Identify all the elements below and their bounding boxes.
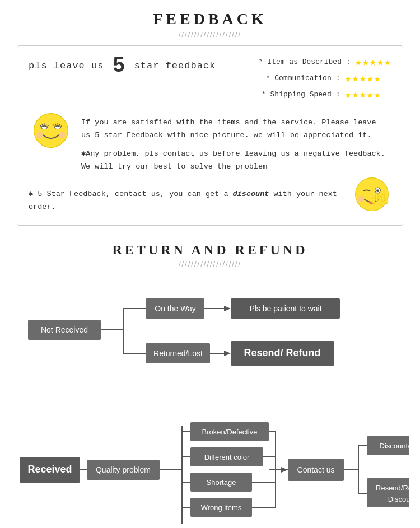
refund-zigzag: //////////////////// bbox=[17, 260, 403, 268]
quality-problem-label: Quality problem bbox=[96, 465, 151, 474]
feedback-title: FEEDBACK bbox=[17, 10, 403, 28]
svg-point-13 bbox=[358, 196, 364, 202]
svg-rect-10 bbox=[382, 194, 385, 202]
resend-refund-discount-label: Resend/Refund/ bbox=[376, 484, 409, 492]
svg-point-3 bbox=[36, 132, 43, 138]
svg-rect-11 bbox=[385, 198, 388, 204]
feedback-star-num: 5 bbox=[113, 54, 126, 78]
feedback-body-bottom: ✱ 5 Star Feedback, contact us, you can g… bbox=[29, 175, 391, 214]
feedback-section: FEEDBACK //////////////////// pls leave … bbox=[0, 0, 420, 231]
rating-colon: : bbox=[336, 74, 340, 82]
rating-stars: ★★★★★ bbox=[345, 87, 381, 101]
wrong-items-label: Wrong items bbox=[201, 503, 242, 512]
rating-row: * Communication : ★★★★★ bbox=[259, 71, 391, 85]
rating-colon: : bbox=[346, 58, 351, 66]
rating-colon: : bbox=[336, 90, 340, 99]
on-the-way-label: On the Way bbox=[155, 304, 195, 313]
rating-stars: ★★★★★ bbox=[355, 55, 391, 69]
not-received-label: Not Received bbox=[41, 325, 88, 334]
not-received-flowchart: Not Received On the Way Pls be patient t… bbox=[17, 275, 403, 387]
resend-refund-label: Resend/ Refund bbox=[244, 347, 320, 358]
returned-lost-label: Returned/Lost bbox=[153, 349, 203, 358]
feedback-body2: ✱Any problem, pls contact us before leav… bbox=[79, 148, 391, 174]
feedback-body1: If you are satisfied with the items and … bbox=[79, 116, 391, 142]
svg-point-0 bbox=[34, 114, 68, 148]
wink-face-icon bbox=[352, 175, 391, 214]
rating-label: * Item as Described bbox=[259, 58, 342, 66]
rating-row: * Shipping Speed : ★★★★★ bbox=[259, 87, 391, 101]
shortage-label: Shortage bbox=[207, 478, 236, 487]
svg-point-4 bbox=[59, 132, 65, 138]
feedback-zigzag: //////////////////// bbox=[17, 30, 403, 39]
svg-rect-9 bbox=[375, 193, 378, 201]
rating-row: * Item as Described : ★★★★★ bbox=[259, 55, 391, 69]
received-label: Received bbox=[27, 464, 72, 475]
rating-label: * Shipping Speed bbox=[259, 90, 332, 99]
feedback-top: pls leave us 5 star feedback * Item as D… bbox=[29, 54, 391, 101]
feedback-box: pls leave us 5 star feedback * Item as D… bbox=[17, 45, 403, 226]
svg-text:Discount: Discount bbox=[388, 495, 409, 503]
refund-title: RETURN AND REFUND bbox=[17, 242, 403, 258]
be-patient-label: Pls be patient to wait bbox=[249, 304, 321, 313]
svg-rect-8 bbox=[379, 196, 382, 205]
discount-gifts-label: Discount/Gifts bbox=[380, 442, 409, 450]
svg-marker-25 bbox=[224, 351, 231, 356]
feedback-ratings: * Item as Described : ★★★★★ * Communicat… bbox=[259, 55, 391, 101]
smiley-face-icon bbox=[29, 106, 73, 151]
rating-label: * Communication bbox=[259, 74, 332, 82]
svg-rect-12 bbox=[372, 197, 375, 203]
rating-stars: ★★★★★ bbox=[345, 71, 381, 85]
broken-defective-label: Broken/Defective bbox=[202, 428, 258, 436]
refund-section: RETURN AND REFUND //////////////////// N… bbox=[0, 231, 420, 528]
received-flowchart: Received Quality problem Broken/Defectiv… bbox=[17, 393, 409, 528]
svg-marker-20 bbox=[224, 306, 231, 311]
svg-point-7 bbox=[376, 189, 379, 192]
feedback-intro: pls leave us 5 star feedback bbox=[29, 54, 216, 78]
feedback-body3: ✱ 5 Star Feedback, contact us, you can g… bbox=[29, 188, 347, 214]
contact-us-label: Contact us bbox=[297, 465, 335, 474]
different-color-label: Different color bbox=[204, 453, 250, 461]
